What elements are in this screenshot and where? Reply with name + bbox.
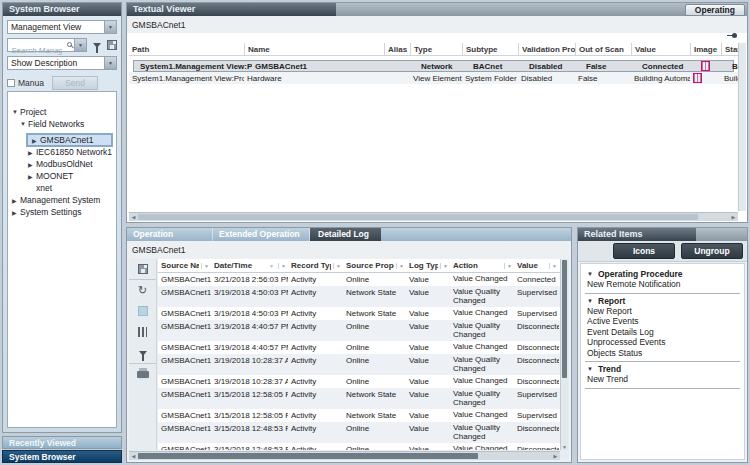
scroll-down-icon[interactable]: ▼ — [561, 444, 568, 450]
icons-button[interactable]: Icons — [613, 243, 675, 259]
table-row[interactable]: System1.Management View:Project.F...Hard… — [129, 72, 738, 84]
column-header-subtype[interactable]: Subtype — [462, 43, 518, 55]
chevron-right-icon[interactable]: ▶ — [11, 197, 20, 204]
chevron-down-icon[interactable]: ▼ — [104, 21, 116, 33]
column-header-action[interactable]: Action▼ — [450, 259, 514, 273]
tree-item-iec61850-network1[interactable]: ▶IEC61850 Network1 — [27, 146, 116, 158]
column-header-name[interactable]: Name — [244, 43, 384, 55]
save-button[interactable] — [129, 259, 156, 280]
print-button[interactable] — [129, 364, 156, 385]
column-header-source-nam[interactable]: Source Nam▼ — [158, 259, 211, 273]
tree-item-xnet[interactable]: xnet — [27, 182, 116, 194]
related-item-new-report[interactable]: New Report — [585, 306, 740, 317]
related-group-trend[interactable]: ▼Trend — [585, 364, 740, 374]
column-header-alias[interactable]: Alias — [384, 43, 410, 55]
filter-dropdown-icon[interactable]: ▼ — [440, 263, 448, 269]
pin-icon[interactable] — [727, 33, 737, 38]
table-row[interactable]: GMSBACnet13/19/2018 10:28:37 AMActivityO… — [158, 375, 560, 388]
view-selector[interactable]: Management View ▼ — [7, 20, 117, 34]
chevron-right-icon[interactable]: ▶ — [31, 137, 40, 144]
table-row[interactable]: GMSBACnet13/19/2018 4:40:57 PMActivityOn… — [158, 341, 560, 354]
column-header-validation-profile[interactable]: Validation Profile — [518, 43, 575, 55]
tree-item-moonet[interactable]: ▶MOONET — [27, 170, 116, 182]
search-box[interactable]: ▼ — [7, 38, 87, 52]
table-row[interactable]: GMSBACnet13/15/2018 12:58:05 PMActivityN… — [158, 388, 560, 409]
chevron-right-icon[interactable]: ▶ — [27, 161, 36, 168]
refresh-button[interactable]: ↻ — [129, 280, 156, 301]
tree-item-management-system[interactable]: ▶Management System — [11, 194, 116, 206]
chevron-down-icon[interactable]: ▼ — [585, 298, 598, 304]
chevron-down-icon[interactable]: ▼ — [74, 39, 86, 51]
filter-dropdown-icon[interactable]: ▼ — [504, 263, 512, 269]
chevron-right-icon[interactable]: ▶ — [27, 173, 36, 180]
chevron-down-icon[interactable]: ▼ — [19, 121, 28, 127]
related-item-new-trend[interactable]: New Trend — [585, 374, 740, 385]
tab-system-browser[interactable]: System Browser — [2, 450, 122, 463]
column-header-source-propert[interactable]: Source Propert▼ — [343, 259, 406, 273]
column-header-value[interactable]: Value▼ — [514, 259, 559, 273]
chevron-down-icon[interactable]: ▼ — [104, 57, 116, 69]
vertical-scrollbar[interactable]: ▼ — [560, 259, 568, 450]
column-header-path[interactable]: Path — [129, 43, 244, 55]
vertical-scrollbar[interactable] — [738, 43, 746, 211]
filter-icon[interactable] — [93, 43, 101, 48]
column-header-image[interactable]: Image — [690, 43, 721, 55]
tree-item-field-networks[interactable]: ▼Field Networks — [19, 118, 116, 130]
tab-extended-operation[interactable]: Extended Operation — [213, 228, 310, 241]
tree-item-project[interactable]: ▼Project — [11, 106, 116, 118]
swatch-button[interactable] — [129, 301, 156, 322]
related-item-active-events[interactable]: Active Events — [585, 316, 740, 327]
related-item-new-remote-notification[interactable]: New Remote Notification — [585, 279, 740, 290]
description-selector[interactable]: Show Description ▼ — [7, 56, 117, 70]
table-row[interactable]: GMSBACnet13/19/2018 10:28:37 AMActivityO… — [158, 354, 560, 375]
filter-dropdown-icon[interactable]: ▼ — [549, 263, 557, 269]
related-group-operating-procedure[interactable]: ▼Operating Procedure — [585, 269, 740, 279]
table-row[interactable]: GMSBACnet13/15/2018 12:48:53 PMActivityO… — [158, 443, 560, 450]
operating-mode-button[interactable]: Operating — [685, 4, 745, 16]
table-row[interactable]: GMSBACnet13/15/2018 12:48:53 PMActivityO… — [158, 422, 560, 443]
tree-item-gmsbacnet1[interactable]: ▶GMSBACnet1 — [27, 134, 112, 146]
related-item-unprocessed-events[interactable]: Unprocessed Events — [585, 337, 740, 348]
tree-item-modbusoldnet[interactable]: ▶ModbusOldNet — [27, 158, 116, 170]
tab-operation[interactable]: Operation — [127, 228, 213, 241]
column-header-record-type[interactable]: Record Type▼ — [288, 259, 343, 273]
column-header-out-of-scan[interactable]: Out of Scan — [575, 43, 631, 55]
save-icon[interactable] — [107, 40, 117, 50]
scroll-left-icon[interactable]: ◀ — [129, 214, 138, 220]
table-row[interactable]: GMSBACnet13/19/2018 4:50:03 PMActivityNe… — [158, 286, 560, 307]
column-header-type[interactable]: Type — [410, 43, 462, 55]
columns-button[interactable] — [129, 322, 156, 343]
column-header-log-type[interactable]: Log Type▼ — [406, 259, 450, 273]
scroll-right-icon[interactable]: ▶ — [551, 453, 560, 459]
scroll-right-icon[interactable]: ▶ — [729, 214, 738, 220]
scroll-left-icon[interactable]: ◀ — [129, 453, 138, 459]
related-item-event-details-log[interactable]: Event Details Log — [585, 327, 740, 338]
related-group-report[interactable]: ▼Report — [585, 296, 740, 306]
chevron-down-icon[interactable]: ▼ — [585, 271, 598, 277]
table-row[interactable]: GMSBACnet13/19/2018 4:50:03 PMActivityNe… — [158, 307, 560, 320]
table-row[interactable]: GMSBACnet13/19/2018 4:40:57 PMActivityOn… — [158, 320, 560, 341]
scrollbar-thumb[interactable] — [562, 260, 567, 378]
ungroup-button[interactable]: Ungroup — [681, 243, 743, 259]
table-row[interactable]: GMSBACnet13/15/2018 12:58:05 PMActivityN… — [158, 409, 560, 422]
column-header-value[interactable]: Value — [631, 43, 690, 55]
tab-detailed-log[interactable]: Detailed Log — [310, 228, 381, 241]
filter-dropdown-icon[interactable]: ▼ — [396, 263, 404, 269]
related-item-objects-status[interactable]: Objects Status — [585, 348, 740, 359]
tab-recently-viewed[interactable]: Recently Viewed — [2, 436, 122, 449]
filter-dropdown-icon[interactable]: ▼ — [278, 263, 286, 269]
horizontal-scrollbar[interactable]: ◀ ▶ — [129, 451, 560, 460]
scrollbar-thumb[interactable] — [138, 214, 698, 220]
chevron-right-icon[interactable]: ▶ — [27, 149, 36, 156]
table-row[interactable]: System1.Management View:Project...GMSBAC… — [133, 60, 734, 72]
chevron-down-icon[interactable]: ▼ — [11, 109, 20, 115]
filter-dropdown-icon[interactable]: ▼ — [333, 263, 341, 269]
chevron-down-icon[interactable]: ▼ — [585, 366, 598, 372]
horizontal-scrollbar[interactable]: ◀ ▶ — [129, 212, 738, 221]
column-header-status[interactable]: Status — [721, 43, 738, 55]
scrollbar-thumb[interactable] — [138, 453, 478, 459]
chevron-right-icon[interactable]: ▶ — [11, 209, 20, 216]
column-header-date-time[interactable]: Date/Time▼▼ — [211, 259, 288, 273]
tree-item-system-settings[interactable]: ▶System Settings — [11, 206, 116, 218]
filter-button[interactable] — [129, 343, 156, 364]
